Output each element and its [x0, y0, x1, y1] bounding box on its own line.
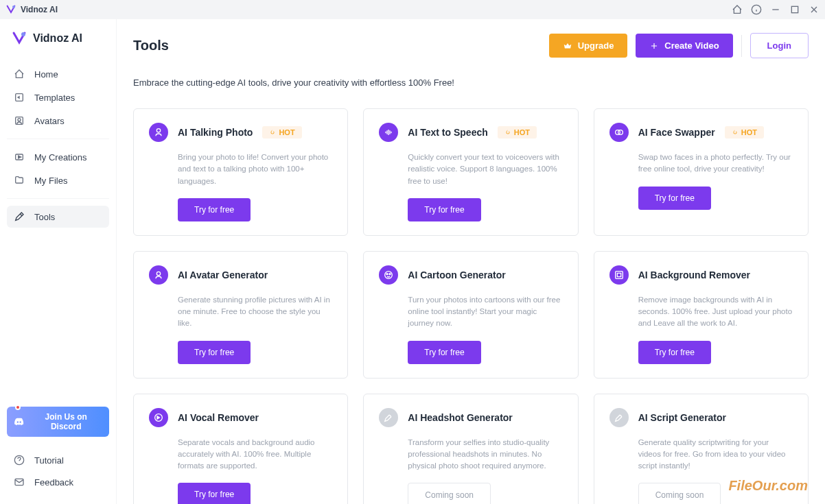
flame-icon [269, 129, 276, 136]
info-icon[interactable] [751, 4, 762, 15]
nav-home[interactable]: Home [7, 63, 109, 85]
main-content: Tools Upgrade Create Video Login Embrace… [117, 19, 825, 504]
minimize-icon[interactable] [770, 4, 781, 15]
nav-group-main: Home Templates Avatars [7, 63, 109, 132]
svg-point-17 [389, 273, 391, 274]
nav-creations[interactable]: My Creations [7, 146, 109, 168]
svg-point-3 [21, 32, 25, 36]
tool-icon [379, 123, 398, 142]
svg-point-11 [156, 129, 160, 132]
nav-label: Tools [34, 212, 55, 222]
tool-title: AI Face Swapper [638, 127, 715, 138]
tool-title: AI Text to Speech [408, 127, 487, 138]
try-for-free-button[interactable]: Try for free [178, 341, 251, 364]
discord-button[interactable]: Join Us on Discord [7, 407, 109, 437]
tool-title: AI Avatar Generator [178, 269, 268, 280]
svg-point-0 [12, 5, 15, 8]
sidebar-logo-text: Vidnoz AI [33, 32, 82, 45]
try-for-free-button[interactable]: Try for free [638, 341, 711, 364]
svg-point-16 [386, 273, 388, 274]
tool-title: AI Talking Photo [178, 127, 253, 138]
tool-description: Turn your photos into cartoons with our … [408, 294, 562, 330]
svg-rect-18 [615, 271, 623, 278]
nav-feedback[interactable]: Feedback [7, 471, 109, 493]
nav-label: My Files [34, 176, 67, 186]
try-for-free-button[interactable]: Try for free [408, 341, 480, 364]
tool-icon [609, 265, 629, 285]
home-icon [14, 69, 25, 80]
try-for-free-button[interactable]: Try for free [638, 187, 711, 210]
tool-description: Generate stunning profile pictures with … [178, 294, 332, 330]
titlebar-brand: Vidnoz AI [5, 4, 58, 15]
nav-group-my: My Creations My Files [7, 146, 109, 191]
creations-icon [14, 152, 25, 163]
tool-card-header: AI Face Swapper HOT [609, 123, 793, 142]
nav-divider [7, 139, 109, 139]
tool-card-header: AI Text to Speech HOT [379, 123, 562, 142]
nav-avatars[interactable]: Avatars [7, 110, 109, 132]
tool-icon [149, 123, 168, 142]
nav-divider [7, 198, 109, 199]
svg-point-14 [156, 272, 160, 275]
try-for-free-button[interactable]: Try for free [178, 198, 251, 221]
tool-description: Transform your selfies into studio-quali… [408, 437, 562, 472]
tool-description: Separate vocals and background audio acc… [178, 437, 332, 472]
tool-description: Swap two faces in a photo perfectly. Try… [638, 152, 793, 176]
tool-description: Bring your photo to life! Convert your p… [178, 152, 332, 187]
nav-tutorial[interactable]: Tutorial [7, 449, 109, 471]
tool-title: AI Headshot Generator [408, 412, 512, 423]
tool-icon [609, 123, 629, 142]
flame-icon [504, 129, 511, 136]
tool-card-header: AI Vocal Remover [149, 408, 332, 427]
tools-icon [14, 211, 25, 222]
nav-templates[interactable]: Templates [7, 86, 109, 108]
coming-soon-button: Coming soon [638, 483, 721, 504]
nav-label: Tutorial [34, 455, 64, 466]
feedback-icon [14, 477, 25, 488]
nav-files[interactable]: My Files [7, 169, 109, 191]
hot-badge: HOT [725, 126, 764, 139]
login-button[interactable]: Login [750, 33, 809, 58]
tool-card-header: AI Cartoon Generator [379, 265, 562, 285]
try-for-free-button[interactable]: Try for free [408, 198, 480, 221]
plus-icon [649, 41, 659, 51]
nav-label: Home [34, 69, 58, 80]
hot-badge: HOT [262, 126, 301, 139]
nav-label: Avatars [34, 116, 65, 126]
tools-grid: AI Talking Photo HOT Bring your photo to… [133, 108, 809, 504]
nav-group-tools: Tools [7, 206, 109, 228]
tool-icon [149, 265, 168, 285]
notification-badge [15, 405, 21, 410]
tool-card: AI Text to Speech HOT Quickly convert yo… [363, 108, 578, 236]
tool-card: AI Face Swapper HOT Swap two faces in a … [594, 108, 809, 236]
tool-card-header: AI Avatar Generator [149, 265, 332, 285]
close-icon[interactable] [809, 4, 820, 15]
nav-label: My Creations [34, 152, 87, 163]
tool-card-header: AI Background Remover [609, 265, 793, 285]
upgrade-button[interactable]: Upgrade [549, 34, 628, 58]
try-for-free-button[interactable]: Try for free [178, 483, 251, 504]
hot-badge: HOT [498, 126, 537, 139]
svg-marker-8 [19, 156, 21, 158]
vidnoz-logo-icon [11, 30, 27, 47]
svg-point-6 [18, 119, 21, 121]
tool-title: AI Cartoon Generator [408, 269, 505, 280]
svg-point-15 [385, 271, 393, 278]
window-titlebar: Vidnoz AI [0, 0, 825, 19]
tool-card-header: AI Talking Photo HOT [149, 123, 332, 142]
home-icon[interactable] [732, 4, 743, 15]
create-video-button[interactable]: Create Video [636, 34, 732, 58]
nav-label: Templates [34, 93, 75, 103]
avatars-icon [14, 115, 25, 126]
nav-tools[interactable]: Tools [7, 206, 109, 228]
tool-icon [149, 408, 168, 427]
discord-label: Join Us on Discord [30, 412, 102, 431]
tool-description: Generate quality scriptwriting for your … [638, 437, 793, 472]
svg-rect-2 [791, 6, 798, 12]
sidebar-logo: Vidnoz AI [7, 30, 109, 63]
page-title: Tools [133, 38, 169, 53]
tool-card: AI Avatar Generator Generate stunning pr… [133, 251, 348, 379]
main-header: Tools Upgrade Create Video Login [133, 33, 809, 58]
titlebar-controls [732, 4, 820, 15]
maximize-icon[interactable] [789, 4, 800, 15]
